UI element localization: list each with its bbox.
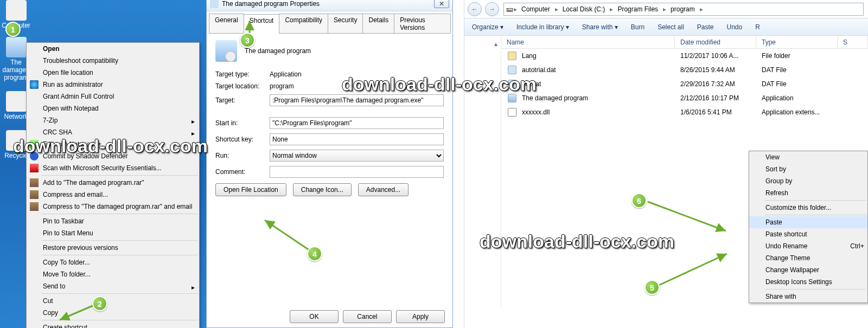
file-row[interactable]: xxxxxx.dll1/6/2016 5:41 PMApplication ex… <box>501 105 868 119</box>
crumb-program[interactable]: program <box>667 5 699 13</box>
col-name[interactable]: Name <box>501 36 675 48</box>
col-size[interactable]: S <box>838 36 868 48</box>
ctx-7zip[interactable]: 7-Zip▸ <box>27 114 199 126</box>
advanced-button[interactable]: Advanced... <box>358 183 409 196</box>
ctx-refresh[interactable]: Refresh <box>749 187 867 199</box>
ctx-restore-prev[interactable]: Restore previous versions <box>27 242 199 254</box>
file-row[interactable]: autotrial.dat8/26/2015 9:44 AMDAT File <box>501 63 868 77</box>
titlebar[interactable]: The damaged program Properties ✕ <box>207 0 452 11</box>
drive-icon: 🖴 <box>506 5 513 13</box>
ctx-copy-to[interactable]: Copy To folder... <box>27 256 199 268</box>
ctx-share-with[interactable]: Share with <box>749 291 867 303</box>
cancel-button[interactable]: Cancel <box>343 310 392 323</box>
lbl-shortcut-key: Shortcut key: <box>215 136 270 143</box>
column-headers[interactable]: Name Date modified Type S <box>501 36 868 49</box>
comment-input[interactable] <box>270 166 444 178</box>
shortcut-key-input[interactable] <box>270 133 444 145</box>
annotation-badge-6: 6 <box>631 193 647 208</box>
toolbar-r[interactable]: R <box>755 23 760 31</box>
tab-details[interactable]: Details <box>362 14 394 33</box>
separator <box>42 240 198 241</box>
ctx-open[interactable]: Open <box>27 43 199 55</box>
tab-security[interactable]: Security <box>328 14 363 33</box>
dll-icon <box>508 108 516 117</box>
ctx-open-notepad[interactable]: Open with Notepad <box>27 102 199 114</box>
ctx-move-to[interactable]: Move To folder... <box>27 268 199 280</box>
ctx-troubleshoot[interactable]: Troubleshoot compatibility <box>27 55 199 67</box>
crumb-computer[interactable]: Computer <box>518 5 554 13</box>
svg-line-2 <box>265 220 315 254</box>
desktop[interactable]: Computer The damaged program Network Rec… <box>0 0 206 328</box>
select-all-button[interactable]: Select all <box>658 23 684 31</box>
properties-dialog: The damaged program Properties ✕ General… <box>206 0 453 328</box>
shield-icon <box>30 80 39 89</box>
chevron-right-icon: ▸ <box>192 284 195 291</box>
ctx-undo-rename[interactable]: Undo RenameCtrl+ <box>749 240 867 252</box>
run-select[interactable]: Normal window <box>270 150 444 162</box>
ok-button[interactable]: OK <box>290 310 339 323</box>
back-button[interactable]: ← <box>468 2 482 16</box>
network-icon <box>6 91 27 112</box>
start-in-input[interactable] <box>270 117 444 129</box>
ctx-create-shortcut[interactable]: Create shortcut <box>27 321 199 328</box>
ctx-paste-shortcut[interactable]: Paste shortcut <box>749 228 867 240</box>
ctx-grant-admin[interactable]: Grant Admin Full Control <box>27 91 199 102</box>
ctx-change-wallpaper[interactable]: Change Wallpaper <box>749 264 867 276</box>
ctx-send-to[interactable]: Send to▸ <box>27 280 199 292</box>
crumb-local-disk[interactable]: Local Disk (C:) <box>559 5 609 13</box>
target-input[interactable] <box>270 94 444 106</box>
svg-line-4 <box>648 202 726 231</box>
forward-button[interactable]: → <box>485 2 499 16</box>
open-file-location-button[interactable]: Open File Location <box>215 183 286 196</box>
ctx-customize[interactable]: Customize this folder... <box>749 202 867 214</box>
tab-general[interactable]: General <box>209 14 244 33</box>
ctx-view[interactable]: View <box>749 151 867 163</box>
ctx-group[interactable]: Group by <box>749 175 867 187</box>
titlebar-icon <box>210 0 219 8</box>
close-button[interactable]: ✕ <box>434 0 449 8</box>
ctx-paste[interactable]: Paste <box>749 216 867 228</box>
icon-label: The damaged program <box>2 59 29 81</box>
shortcut-label: Ctrl+ <box>850 242 864 250</box>
rar-icon <box>30 190 39 199</box>
ctx-compress-email[interactable]: Compress and email... <box>27 189 199 201</box>
tab-compatibility[interactable]: Compatibility <box>279 14 328 33</box>
burn-button[interactable]: Burn <box>631 23 644 31</box>
ctx-run-admin[interactable]: Run as administrator <box>27 79 199 91</box>
file-row[interactable]: The damaged program2/12/2016 10:17 PMApp… <box>501 91 868 105</box>
include-library-button[interactable]: Include in library ▾ <box>516 23 569 31</box>
file-row[interactable]: file.dat2/29/2016 7:32 AMDAT File <box>501 77 868 91</box>
apply-button[interactable]: Apply <box>396 310 445 323</box>
annotation-badge-3: 3 <box>240 33 255 48</box>
ctx-sort[interactable]: Sort by <box>749 163 867 175</box>
ctx-add-rar[interactable]: Add to "The damaged program.rar" <box>27 177 199 189</box>
undo-button[interactable]: Undo <box>727 23 743 31</box>
watermark: download-dll-ocx.com <box>480 231 674 252</box>
ctx-copy[interactable]: Copy <box>27 307 199 319</box>
file-row[interactable]: Lang11/2/2017 10:06 A...File folder <box>501 49 868 63</box>
ctx-open-location[interactable]: Open file location <box>27 67 199 79</box>
paste-button[interactable]: Paste <box>697 23 714 31</box>
share-with-button[interactable]: Share with ▾ <box>582 23 618 31</box>
svg-line-0 <box>60 304 98 320</box>
breadcrumb[interactable]: 🖴▸ Computer▸ Local Disk (C:)▸ Program Fi… <box>503 3 864 16</box>
crumb-program-files[interactable]: Program Files <box>614 5 662 13</box>
separator <box>764 289 866 290</box>
separator <box>42 255 198 255</box>
ctx-pin-taskbar[interactable]: Pin to Taskbar <box>27 215 199 227</box>
change-icon-button[interactable]: Change Icon... <box>293 183 352 196</box>
ctx-compress-rar-email[interactable]: Compress to "The damaged program.rar" an… <box>27 201 199 213</box>
col-date[interactable]: Date modified <box>675 36 756 48</box>
annotation-badge-4: 4 <box>307 246 322 261</box>
ctx-scan-mse[interactable]: Scan with Microsoft Security Essentials.… <box>27 162 199 174</box>
ctx-change-theme[interactable]: Change Theme <box>749 252 867 264</box>
ctx-pin-start[interactable]: Pin to Start Menu <box>27 227 199 239</box>
app-icon <box>508 94 516 102</box>
tab-previous-versions[interactable]: Previous Versions <box>394 14 451 33</box>
tree-expand-icon[interactable]: ▴ <box>464 40 501 48</box>
col-type[interactable]: Type <box>756 36 838 48</box>
ctx-desktop-icons[interactable]: Desktop Icons Settings <box>749 276 867 288</box>
computer-icon <box>6 0 27 21</box>
organize-button[interactable]: Organize ▾ <box>472 23 503 31</box>
ctx-cut[interactable]: Cut <box>27 295 199 307</box>
